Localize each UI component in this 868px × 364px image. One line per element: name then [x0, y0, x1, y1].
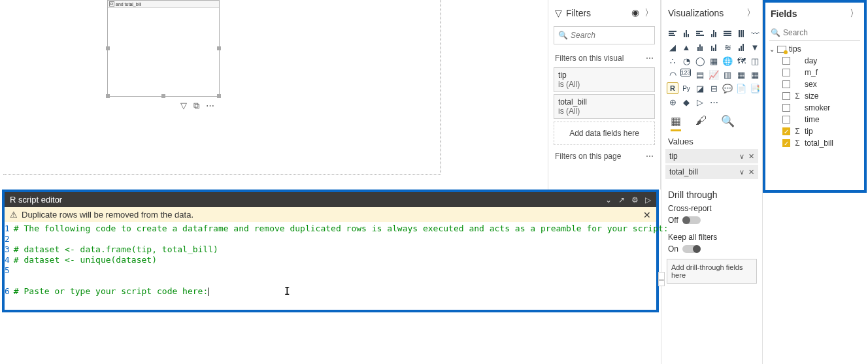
field-row-size[interactable]: Σsize [765, 90, 864, 102]
filters-search-input[interactable] [571, 31, 669, 40]
viz-powerapps-icon[interactable]: ◆ [680, 96, 692, 108]
viz-key-influencers-icon[interactable]: ◪ [694, 82, 706, 94]
field-checkbox[interactable]: ✓ [782, 127, 790, 135]
viz-clustered-bar-icon[interactable] [694, 27, 706, 39]
viz-narrative-icon[interactable]: 📄 [735, 82, 747, 94]
cross-report-switch[interactable] [682, 216, 701, 224]
field-row-time[interactable]: time [765, 114, 864, 125]
warning-close-icon[interactable]: ✕ [643, 210, 651, 220]
viz-more-icon[interactable]: ⋯ [708, 96, 720, 108]
r-editor-collapse-handle[interactable]: – [658, 272, 665, 286]
fields-search-input[interactable] [783, 28, 868, 37]
field-row-total-bill[interactable]: ✓Σtotal_bill [765, 137, 864, 149]
field-row-sex[interactable]: sex [765, 78, 864, 90]
visual-filter-icon[interactable]: ▽ [180, 101, 187, 111]
viz-qa-icon[interactable]: 💬 [722, 82, 733, 94]
viz-waterfall-icon[interactable] [735, 41, 747, 53]
resize-handle[interactable] [161, 94, 165, 98]
viz-card-icon[interactable]: 123 [680, 69, 691, 76]
viz-funnel-icon[interactable]: ▼ [749, 41, 761, 53]
field-well-chevron-icon[interactable]: ∨ [739, 152, 744, 161]
filters-eye-icon[interactable]: ◉ [631, 7, 639, 19]
r-code-area[interactable]: 1 2 3 4 5 6 # The following code to crea… [5, 222, 656, 310]
viz-filled-map-icon[interactable]: 🗺 [735, 55, 747, 67]
viz-paginated-icon[interactable]: 📑 [749, 82, 761, 94]
field-row-day[interactable]: day [765, 55, 864, 67]
viz-table-icon[interactable]: ▦ [735, 69, 747, 80]
viz-line-stacked-icon[interactable] [694, 41, 706, 53]
filters-on-visual-more-icon[interactable]: ⋯ [646, 54, 654, 63]
viz-slicer-icon[interactable]: ▥ [722, 69, 733, 80]
field-checkbox[interactable] [782, 69, 790, 76]
viz-shape-map-icon[interactable]: ◫ [749, 55, 761, 67]
r-code-lines[interactable]: # The following code to create a datafra… [11, 222, 669, 310]
resize-handle[interactable] [217, 46, 221, 50]
viz-arcgis-icon[interactable]: ⊕ [667, 96, 678, 108]
viz-map-icon[interactable]: 🌐 [722, 55, 733, 67]
field-row-tip[interactable]: ✓Σtip [765, 125, 864, 137]
viz-stacked-area-icon[interactable]: ▲ [680, 41, 692, 53]
field-well-chevron-icon[interactable]: ∨ [739, 168, 744, 176]
viz-tab-format-icon[interactable]: 🖌 [695, 114, 707, 131]
viz-stacked-bar-icon[interactable] [667, 27, 678, 39]
viz-multi-card-icon[interactable]: ▤ [694, 69, 706, 80]
drill-through-fields-drop[interactable]: Add drill-through fields here [667, 259, 757, 284]
viz-treemap-icon[interactable]: ▦ [708, 55, 720, 67]
field-row-smoker[interactable]: smoker [765, 102, 864, 114]
r-editor-settings-icon[interactable]: ⚙ [631, 195, 639, 205]
filters-on-page-more-icon[interactable]: ⋯ [646, 152, 654, 161]
viz-python-icon[interactable]: Py [680, 82, 692, 94]
visualizations-collapse-icon[interactable]: 〉 [746, 7, 756, 19]
filters-collapse-icon[interactable]: 〉 [644, 7, 654, 19]
viz-line-clustered-icon[interactable] [708, 41, 720, 53]
field-checkbox[interactable]: ✓ [782, 139, 790, 147]
viz-line-icon[interactable]: 〰 [749, 27, 761, 39]
viz-tab-analytics-icon[interactable]: 🔍 [721, 114, 735, 131]
viz-100-column-icon[interactable] [735, 27, 747, 39]
viz-matrix-icon[interactable]: ▦ [749, 69, 761, 80]
resize-handle[interactable] [217, 94, 221, 98]
visual-more-icon[interactable]: ⋯ [206, 101, 214, 111]
filter-card-tip[interactable]: tip is (All) [554, 67, 655, 92]
field-checkbox[interactable] [782, 104, 790, 112]
viz-scatter-icon[interactable]: ∴ [667, 55, 678, 67]
r-visual-placeholder[interactable]: R and total_bill [107, 0, 220, 97]
filters-search[interactable]: 🔍 [554, 26, 655, 44]
fields-search[interactable]: 🔍 [769, 25, 860, 41]
viz-clustered-column-icon[interactable] [708, 27, 720, 39]
fields-collapse-icon[interactable]: 〉 [850, 8, 859, 20]
field-well-total-bill[interactable]: total_bill ∨ ✕ [665, 165, 758, 179]
viz-kpi-icon[interactable]: 📈 [708, 69, 720, 80]
visual-focus-icon[interactable]: ⧉ [193, 101, 199, 111]
field-checkbox[interactable] [782, 116, 790, 124]
viz-stacked-column-icon[interactable] [680, 27, 692, 39]
filters-on-page-label: Filters on this page ⋯ [548, 148, 660, 163]
field-well-tip[interactable]: tip ∨ ✕ [665, 149, 758, 163]
viz-donut-icon[interactable]: ◯ [694, 55, 706, 67]
viz-pie-icon[interactable]: ◔ [680, 55, 692, 67]
viz-tab-fields-icon[interactable]: ▦ [671, 114, 681, 131]
viz-ribbon-icon[interactable]: ≋ [722, 41, 733, 53]
r-editor-popout-icon[interactable]: ↗ [618, 195, 625, 205]
viz-decomposition-icon[interactable]: ⊟ [708, 82, 720, 94]
resize-handle[interactable] [106, 94, 110, 98]
viz-area-icon[interactable]: ◢ [667, 41, 678, 53]
table-expand-icon[interactable]: ⌄ [769, 46, 775, 53]
viz-automate-icon[interactable]: ▷ [694, 96, 706, 108]
field-well-remove-icon[interactable]: ✕ [748, 152, 754, 161]
field-checkbox[interactable] [782, 80, 790, 88]
filter-card-total-bill[interactable]: total_bill is (All) [554, 94, 655, 119]
viz-100-bar-icon[interactable] [722, 27, 733, 39]
keep-filters-switch[interactable] [682, 245, 701, 253]
resize-handle[interactable] [106, 46, 110, 50]
filters-add-fields-drop[interactable]: Add data fields here [554, 122, 655, 145]
viz-gauge-icon[interactable]: ◠ [667, 69, 678, 80]
field-row-m-f[interactable]: m_f [765, 67, 864, 78]
field-checkbox[interactable] [782, 92, 790, 100]
r-editor-run-icon[interactable]: ▷ [645, 195, 651, 205]
field-well-remove-icon[interactable]: ✕ [748, 168, 754, 176]
fields-table-tips[interactable]: ⌄ tips [765, 43, 864, 55]
field-checkbox[interactable] [782, 57, 790, 65]
r-editor-chevron-icon[interactable]: ⌄ [605, 195, 612, 205]
viz-r-script-icon[interactable]: R [667, 82, 678, 94]
